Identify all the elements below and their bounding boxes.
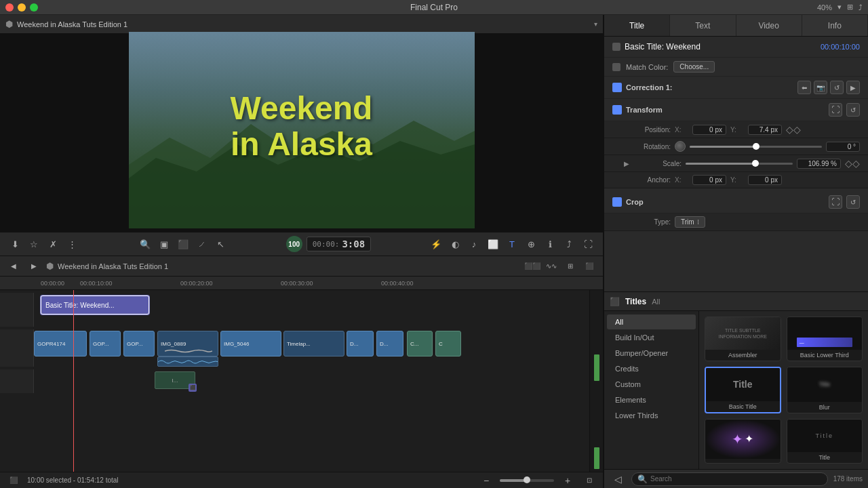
favorites-button[interactable]: ☆ xyxy=(26,237,42,251)
zoom-timeline-button[interactable]: ⊞ xyxy=(562,259,578,274)
clip-img5046[interactable]: IMG_5046 xyxy=(220,331,281,357)
position-keyframe-icon[interactable]: ◇◇ xyxy=(786,124,801,135)
zoom-in-button[interactable]: + xyxy=(559,473,576,488)
scale-slider[interactable] xyxy=(686,163,793,165)
zoom-slider[interactable] xyxy=(500,479,554,482)
title-thumb-blur[interactable]: Title Blur xyxy=(787,367,863,413)
correction-reset[interactable]: ↺ xyxy=(830,81,844,94)
crop-header[interactable]: Crop ⛶ ↺ xyxy=(604,191,868,214)
crop-reset-icon[interactable]: ↺ xyxy=(846,195,860,209)
generator-button[interactable]: ⊕ xyxy=(523,237,539,251)
audio-button[interactable]: ♪ xyxy=(466,237,482,251)
add-to-timeline-button[interactable]: ⬇ xyxy=(7,237,23,251)
position-y-value[interactable]: 7.4 px xyxy=(748,125,782,135)
clip-d2[interactable]: D... xyxy=(376,331,403,357)
anchor-y-value[interactable]: 0 px xyxy=(748,175,782,185)
clip-img0889[interactable]: IMG_0889 xyxy=(157,331,218,357)
sidebar-item-lower-thirds[interactable]: Lower Thirds xyxy=(607,408,696,423)
audio-meter-button[interactable]: ⬛⬛ xyxy=(524,259,540,274)
roles-button[interactable]: ⬛ xyxy=(581,259,597,274)
sidebar-item-custom[interactable]: Custom xyxy=(607,377,696,392)
scale-slider-thumb[interactable] xyxy=(752,160,759,167)
reject-button[interactable]: ✗ xyxy=(45,237,61,251)
anchor-x-value[interactable]: 0 px xyxy=(692,175,726,185)
position-x-value[interactable]: 0 px xyxy=(692,125,726,135)
effects-button[interactable]: ⚡ xyxy=(428,237,444,251)
crop-resize-icon[interactable]: ⛶ xyxy=(829,195,842,209)
transform-header[interactable]: Transform ⛶ ↺ xyxy=(604,99,868,121)
titles-browser-all[interactable]: All xyxy=(652,298,660,306)
audio-track-content[interactable]: I... ⬛ xyxy=(34,369,603,393)
maximize-button[interactable] xyxy=(30,3,38,12)
tab-title[interactable]: Title xyxy=(604,15,670,36)
zoom-slider-thumb[interactable] xyxy=(524,476,530,483)
transitions-button[interactable]: ⬜ xyxy=(485,237,501,251)
title-button[interactable]: T xyxy=(504,237,520,251)
rotation-value[interactable]: 0 ° xyxy=(826,142,860,152)
sidebar-collapse-button[interactable]: ◁ xyxy=(610,472,626,487)
title-thumb-basic-lower-third[interactable]: — Basic Lower Third xyxy=(787,317,863,361)
title-thumb-assembler[interactable]: TITLE SUBTTLEINFORMATION MORE Assembler xyxy=(705,317,781,361)
sidebar-item-build-in-out[interactable]: Build In/Out xyxy=(607,330,696,345)
zoom-out-button[interactable]: − xyxy=(478,473,494,488)
clip-gopr4174[interactable]: GOPR4174 xyxy=(34,331,87,357)
trim-button[interactable]: ⬛ xyxy=(175,237,191,251)
search-input[interactable] xyxy=(650,475,822,483)
select-mode-button[interactable]: ▣ xyxy=(156,237,172,251)
title-thumb-spark[interactable]: ✦ ✦ xyxy=(705,419,781,464)
timeline-forward-button[interactable]: ▶ xyxy=(26,259,42,274)
zoom-dropdown-icon[interactable]: ▾ xyxy=(837,3,842,12)
scale-keyframe-icon[interactable]: ◇◇ xyxy=(845,158,860,169)
clip-c1[interactable]: C... xyxy=(407,331,433,357)
correction-next[interactable]: ▶ xyxy=(846,81,860,94)
waveform-button[interactable]: ∿∿ xyxy=(543,259,559,274)
scale-value[interactable]: 106.99 % xyxy=(797,159,841,169)
clip-appearance-button[interactable]: ⬛ xyxy=(5,473,22,488)
project-dropdown-icon[interactable]: ▾ xyxy=(594,20,597,28)
clip-gop2[interactable]: GOP... xyxy=(123,331,155,357)
view-options-icon[interactable]: ⊞ xyxy=(847,3,853,12)
close-button[interactable] xyxy=(5,3,14,12)
sidebar-item-bumper-opener[interactable]: Bumper/Opener xyxy=(607,346,696,361)
playhead[interactable] xyxy=(73,290,74,472)
crop-type-select[interactable]: Trim ⁝ xyxy=(675,216,705,228)
title-track-content[interactable]: Basic Title: Weekend... xyxy=(34,293,603,327)
clip-c2[interactable]: C xyxy=(435,331,461,357)
correction-camera[interactable]: 📷 xyxy=(814,81,827,94)
sidebar-item-elements[interactable]: Elements xyxy=(607,392,696,407)
tab-video[interactable]: Video xyxy=(736,15,802,36)
transform-reset-icon[interactable]: ↺ xyxy=(846,103,860,117)
timeline-content[interactable]: Basic Title: Weekend... GOPR4174 xyxy=(0,290,603,472)
sidebar-item-all[interactable]: All xyxy=(607,314,696,329)
more-options-button[interactable]: ⋮ xyxy=(64,237,80,251)
rotation-dial[interactable] xyxy=(675,141,686,152)
rotation-slider[interactable] xyxy=(690,146,822,148)
blade-button[interactable]: ⟋ xyxy=(194,237,210,251)
main-video-content[interactable]: GOPR4174 GOP... GOP... IMG_0889 xyxy=(34,329,603,367)
fit-timeline-button[interactable]: ⊡ xyxy=(581,473,597,488)
tab-info[interactable]: Info xyxy=(802,15,868,36)
timeline-back-button[interactable]: ◀ xyxy=(5,259,22,274)
inspector-button[interactable]: ℹ xyxy=(542,237,558,251)
search-bar[interactable]: 🔍 xyxy=(631,472,828,486)
color-button[interactable]: ◐ xyxy=(447,237,463,251)
title-thumb-basic-title[interactable]: Title Basic Title xyxy=(705,367,781,413)
transform-resize-icon[interactable]: ⛶ xyxy=(829,103,842,117)
clip-timelapse[interactable]: Timelap... xyxy=(283,331,344,357)
arrow-tool-button[interactable]: ↖ xyxy=(213,237,229,251)
share-export-button[interactable]: ⤴ xyxy=(561,237,577,251)
clip-gop1[interactable]: GOP... xyxy=(90,331,121,357)
sidebar-item-credits[interactable]: Credits xyxy=(607,361,696,376)
scale-expand-icon[interactable]: ▶ xyxy=(623,160,630,167)
zoom-tool-button[interactable]: 🔍 xyxy=(137,237,153,251)
title-thumb-dark-title[interactable]: Title Title xyxy=(787,419,863,464)
match-color-button[interactable]: Choose... xyxy=(673,61,715,73)
minimize-button[interactable] xyxy=(18,3,26,12)
title-clip[interactable]: Basic Title: Weekend... xyxy=(41,296,149,314)
share-icon[interactable]: ⤴ xyxy=(859,3,863,12)
correction-arrow-left[interactable]: ⬅ xyxy=(797,81,811,94)
fullscreen-button[interactable]: ⛶ xyxy=(580,237,596,251)
rotation-slider-thumb[interactable] xyxy=(753,143,760,150)
clip-d1[interactable]: D... xyxy=(347,331,374,357)
tab-text[interactable]: Text xyxy=(670,15,736,36)
